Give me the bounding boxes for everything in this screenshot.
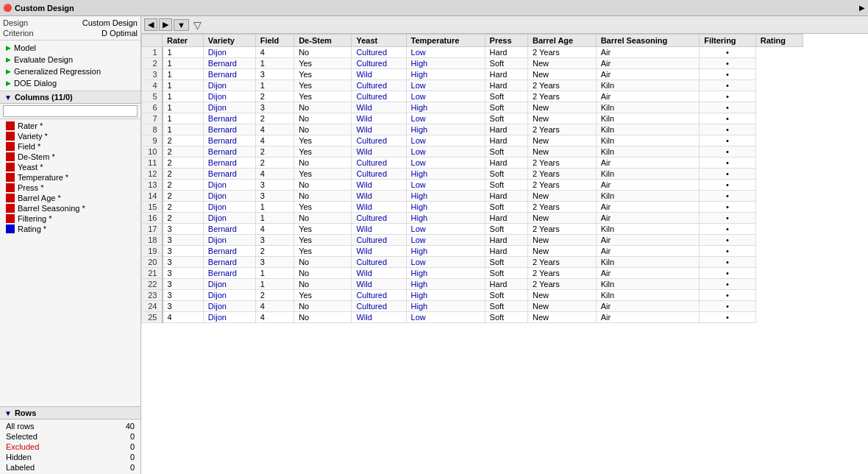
col-header-field[interactable]: Field: [255, 35, 294, 47]
table-row[interactable]: 61Dijon3NoWildHighSoftNewKiln•: [142, 102, 803, 113]
nav-doe-dialog[interactable]: ▶ DOE Dialog: [0, 77, 140, 89]
col-name-rater: Rater *: [18, 121, 43, 130]
table-row[interactable]: 122Bernard4YesCulturedHighSoft2 YearsKil…: [142, 169, 803, 180]
table-row[interactable]: 233Dijon2YesCulturedHighSoftNewKiln•: [142, 290, 803, 301]
data-table-container[interactable]: Rater Variety Field De-Stem Yeast Temper…: [141, 34, 868, 474]
cell-press: Hard: [485, 213, 527, 224]
table-row[interactable]: 254Dijon4NoWildLowSoftNewAir•: [142, 312, 803, 323]
table-row[interactable]: 21Bernard1YesCulturedHighSoftNewAir•: [142, 58, 803, 69]
columns-header[interactable]: ▼ Columns (11/0): [0, 91, 140, 104]
cell-rater: 4: [163, 312, 204, 323]
table-row[interactable]: 183Dijon3YesCulturedLowHardNewAir•: [142, 235, 803, 246]
col-header-filtering[interactable]: Filtering: [700, 35, 756, 47]
table-row[interactable]: 152Dijon1YesWildHighSoft2 YearsAir•: [142, 202, 803, 213]
col-header-temperature[interactable]: Temperature: [406, 35, 485, 47]
cell-field: 1: [255, 80, 294, 91]
cell-rating: •: [700, 169, 756, 180]
table-row[interactable]: 51Dijon2YesCulturedLowSoft2 YearsAir•: [142, 91, 803, 102]
cell-temperature: High: [406, 69, 485, 80]
cell-barrel-age: New: [527, 246, 596, 257]
table-row[interactable]: 102Bernard2YesWildLowSoftNewKiln•: [142, 146, 803, 158]
col-item-press[interactable]: Press *: [0, 183, 140, 193]
cell-field: 1: [255, 213, 294, 224]
col-item-rating[interactable]: Rating *: [0, 224, 140, 234]
nav-forward-btn[interactable]: ▶: [159, 18, 172, 31]
cell-barrel-age: 2 Years: [527, 268, 596, 279]
nav-doe-label: DOE Dialog: [14, 79, 57, 88]
table-row[interactable]: 11Dijon4NoCulturedLowHard2 YearsAir•: [142, 47, 803, 58]
table-row[interactable]: 173Bernard4YesWildLowSoft2 YearsKiln•: [142, 224, 803, 235]
cell-de-stem: No: [294, 124, 352, 135]
row-number: 18: [142, 235, 163, 246]
col-header-press[interactable]: Press: [485, 35, 527, 47]
cell-barrel-seasoning: Kiln: [596, 279, 700, 290]
col-header-destem[interactable]: De-Stem: [294, 35, 352, 47]
data-table: Rater Variety Field De-Stem Yeast Temper…: [141, 34, 803, 323]
col-header-yeast[interactable]: Yeast: [352, 35, 406, 47]
cell-press: Soft: [485, 202, 527, 213]
table-row[interactable]: 92Bernard4YesCulturedLowHardNewKiln•: [142, 135, 803, 146]
table-row[interactable]: 213Bernard1NoWildHighSoft2 YearsAir•: [142, 268, 803, 279]
table-row[interactable]: 41Dijon1YesCulturedLowHard2 YearsKiln•: [142, 80, 803, 91]
table-row[interactable]: 142Dijon3NoWildHighHardNewKiln•: [142, 191, 803, 202]
col-header-barrelage[interactable]: Barrel Age: [527, 35, 596, 47]
filter-btn[interactable]: ▼: [174, 19, 189, 31]
cell-de-stem: Yes: [294, 146, 352, 158]
cell-press: Soft: [485, 58, 527, 69]
cell-de-stem: No: [294, 301, 352, 312]
cell-de-stem: Yes: [294, 135, 352, 146]
nav-items: ▶ Model ▶ Evaluate Design ▶ Generalized …: [0, 40, 140, 91]
table-row[interactable]: 31Bernard3YesWildHighHardNewAir•: [142, 69, 803, 80]
nav-model[interactable]: ▶ Model: [0, 42, 140, 54]
col-item-temperature[interactable]: Temperature *: [0, 172, 140, 183]
col-item-rater[interactable]: Rater *: [0, 121, 140, 131]
table-row[interactable]: 112Bernard2NoCulturedLowHard2 YearsAir•: [142, 158, 803, 169]
row-stat-label-hidden: Hidden: [6, 453, 32, 461]
col-item-filtering[interactable]: Filtering *: [0, 213, 140, 224]
table-row[interactable]: 193Bernard2YesWildHighHardNewAir•: [142, 246, 803, 257]
table-row[interactable]: 223Dijon1NoWildHighHard2 YearsKiln•: [142, 279, 803, 290]
cell-temperature: High: [406, 191, 485, 202]
cell-yeast: Cultured: [352, 235, 406, 246]
col-item-barrel-seasoning[interactable]: Barrel Seasoning *: [0, 203, 140, 213]
cell-barrel-seasoning: Air: [596, 246, 700, 257]
cell-field: 1: [255, 202, 294, 213]
col-item-field[interactable]: Field *: [0, 141, 140, 152]
rows-header[interactable]: ▼ Rows: [0, 407, 140, 420]
row-stat-value-all rows: 40: [126, 422, 135, 431]
nav-back-btn[interactable]: ◀: [144, 18, 157, 31]
col-item-yeast[interactable]: Yeast *: [0, 162, 140, 172]
table-row[interactable]: 132Dijon3NoWildLowSoft2 YearsAir•: [142, 180, 803, 191]
cell-temperature: Low: [406, 257, 485, 268]
nav-evaluate-design[interactable]: ▶ Evaluate Design: [0, 54, 140, 66]
cell-barrel-seasoning: Kiln: [596, 169, 700, 180]
cell-temperature: Low: [406, 158, 485, 169]
col-item-variety[interactable]: Variety *: [0, 131, 140, 141]
cell-field: 2: [255, 246, 294, 257]
row-number: 6: [142, 102, 163, 113]
col-item-barrel-age[interactable]: Barrel Age *: [0, 193, 140, 203]
cell-barrel-seasoning: Air: [596, 312, 700, 323]
col-header-rater[interactable]: Rater: [163, 35, 204, 47]
cell-yeast: Wild: [352, 69, 406, 80]
table-row[interactable]: 81Bernard4NoWildHighHard2 YearsKiln•: [142, 124, 803, 135]
table-row[interactable]: 243Dijon4NoCulturedHighSoftNewAir•: [142, 301, 803, 312]
nav-generalized-regression[interactable]: ▶ Generalized Regression: [0, 66, 140, 77]
col-name-temperature: Temperature *: [18, 173, 68, 182]
row-stat-labeled: Labeled0: [0, 462, 140, 473]
cell-temperature: High: [406, 279, 485, 290]
row-number: 4: [142, 80, 163, 91]
col-header-variety[interactable]: Variety: [203, 35, 255, 47]
col-item-de-stem[interactable]: De-Stem *: [0, 152, 140, 162]
row-stat-label-all rows: All rows: [6, 422, 35, 431]
col-header-rating[interactable]: Rating: [755, 35, 803, 47]
table-row[interactable]: 162Dijon1NoCulturedHighHardNewAir•: [142, 213, 803, 224]
table-row[interactable]: 203Bernard3NoCulturedLowSoft2 YearsKiln•: [142, 257, 803, 268]
cell-variety: Dijon: [203, 191, 255, 202]
cell-temperature: High: [406, 246, 485, 257]
table-row[interactable]: 71Bernard2NoWildLowSoftNewKiln•: [142, 113, 803, 124]
cell-variety: Dijon: [203, 47, 255, 58]
row-number: 23: [142, 290, 163, 301]
col-header-barrelseasoning[interactable]: Barrel Seasoning: [596, 35, 700, 47]
search-input[interactable]: [3, 105, 138, 117]
